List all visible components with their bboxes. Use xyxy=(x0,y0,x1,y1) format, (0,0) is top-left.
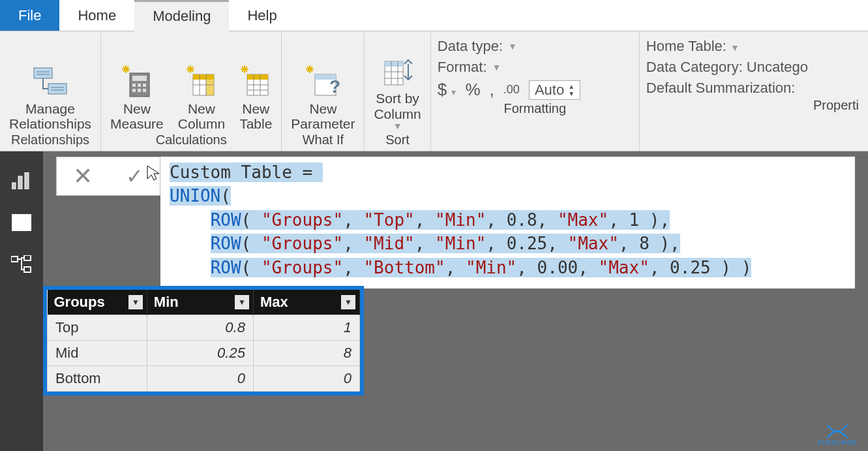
svg-rect-61 xyxy=(24,267,31,272)
svg-rect-9 xyxy=(138,84,141,87)
ribbon-group-properties: Home Table: ▼ Data Category: Uncatego De… xyxy=(640,31,868,151)
new-table-button[interactable]: New Table xyxy=(237,59,275,131)
cell-max: 8 xyxy=(253,341,359,366)
spinner-icon[interactable]: ▲▼ xyxy=(568,83,575,97)
percent-button[interactable]: % xyxy=(465,80,480,100)
nav-model-view[interactable] xyxy=(10,253,33,275)
table-body: Top0.81 Mid0.258 Bottom00 xyxy=(48,315,360,392)
svg-rect-52 xyxy=(18,176,22,189)
svg-rect-53 xyxy=(25,172,29,189)
cell-max: 1 xyxy=(253,315,359,341)
svg-rect-13 xyxy=(143,89,146,92)
group-label-formatting: Formatting xyxy=(503,100,566,119)
tab-bar: File Home Modeling Help xyxy=(0,0,868,31)
data-type-label: Data type: xyxy=(438,38,503,55)
col-header-min[interactable]: Min▼ xyxy=(147,290,253,315)
formula-editor[interactable]: Custom Table = UNION( ROW( "Groups", "To… xyxy=(160,157,855,288)
sort-by-column-button[interactable]: Sort by Column ▼ xyxy=(371,49,423,131)
new-table-label: New Table xyxy=(239,101,272,131)
result-table: Groups▼ Min▼ Max▼ Top0.81 Mid0.258 Botto… xyxy=(43,286,364,396)
new-table-icon xyxy=(241,62,271,101)
decimals-label: .00 xyxy=(503,83,520,97)
col-header-groups[interactable]: Groups▼ xyxy=(48,290,147,315)
cell-groups: Top xyxy=(48,315,147,341)
table-row[interactable]: Top0.81 xyxy=(48,315,360,341)
dna-icon xyxy=(826,424,848,439)
tab-modeling[interactable]: Modeling xyxy=(134,0,229,33)
new-parameter-label: New Parameter xyxy=(291,101,355,131)
formula-cancel-button[interactable]: ✕ xyxy=(73,163,93,190)
ribbon-group-calculations: New Measure New Column New Table Calcula… xyxy=(101,31,282,151)
nav-data-view[interactable] xyxy=(10,211,33,234)
table-icon xyxy=(12,214,31,231)
cell-min: 0.25 xyxy=(147,341,253,366)
svg-rect-60 xyxy=(24,255,31,260)
nav-report-view[interactable] xyxy=(10,170,33,192)
ribbon: Manage Relationships Relationships New M… xyxy=(0,31,868,151)
home-table-label: Home Table: xyxy=(646,38,726,54)
new-measure-label: New Measure xyxy=(110,101,164,131)
group-label-whatif: What If xyxy=(303,131,344,151)
svg-rect-51 xyxy=(12,183,16,189)
table-header-row: Groups▼ Min▼ Max▼ xyxy=(48,290,360,315)
svg-rect-11 xyxy=(132,89,136,92)
data-type-dropdown[interactable]: ▼ xyxy=(508,41,517,52)
svg-rect-3 xyxy=(48,84,67,94)
ribbon-group-sort: Sort by Column ▼ Sort xyxy=(365,31,430,151)
tab-file[interactable]: File xyxy=(0,0,59,31)
decimal-places-input[interactable]: Auto ▲▼ xyxy=(529,80,580,100)
svg-rect-7 xyxy=(132,76,147,81)
manage-relationships-label: Manage Relationships xyxy=(9,101,91,131)
formatting-controls: Data type: ▼ Format: ▼ $ ▾ % , .00 Auto … xyxy=(438,34,633,100)
group-label-properties: Properti xyxy=(813,97,861,116)
svg-text:?: ? xyxy=(329,76,340,97)
group-label-relationships: Relationships xyxy=(11,131,89,151)
new-parameter-icon: ? xyxy=(306,62,340,101)
cursor-icon xyxy=(146,164,162,180)
cell-max: 0 xyxy=(253,366,359,392)
svg-rect-8 xyxy=(132,84,136,87)
cell-min: 0.8 xyxy=(147,315,253,341)
filter-icon[interactable]: ▼ xyxy=(341,295,355,309)
tab-help[interactable]: Help xyxy=(229,0,295,31)
new-parameter-button[interactable]: ? New Parameter xyxy=(288,59,357,131)
filter-icon[interactable]: ▼ xyxy=(235,295,249,309)
relationships-icon xyxy=(31,62,69,101)
format-dropdown[interactable]: ▼ xyxy=(492,62,501,72)
ribbon-group-relationships: Manage Relationships Relationships xyxy=(0,31,101,151)
main-area: ✕ ✓ Custom Table = UNION( ROW( "Groups",… xyxy=(43,151,868,451)
format-label: Format: xyxy=(438,59,487,76)
col-header-max[interactable]: Max▼ xyxy=(253,290,359,315)
svg-rect-12 xyxy=(138,89,141,92)
model-icon xyxy=(11,255,32,273)
new-measure-button[interactable]: New Measure xyxy=(108,59,166,131)
filter-icon[interactable]: ▼ xyxy=(128,295,143,309)
table-row[interactable]: Bottom00 xyxy=(48,366,360,392)
group-label-sort: Sort xyxy=(385,131,410,151)
new-column-button[interactable]: New Column xyxy=(175,59,228,131)
currency-button[interactable]: $ ▾ xyxy=(438,80,456,100)
cell-min: 0 xyxy=(147,366,253,392)
manage-relationships-button[interactable]: Manage Relationships xyxy=(7,59,94,131)
svg-rect-59 xyxy=(11,257,18,262)
group-label-calculations: Calculations xyxy=(156,131,227,151)
formula-commit-button[interactable]: ✓ xyxy=(126,164,143,189)
new-column-label: New Column xyxy=(178,101,225,131)
ribbon-group-formatting: Data type: ▼ Format: ▼ $ ▾ % , .00 Auto … xyxy=(431,31,640,151)
chevron-down-icon: ▼ xyxy=(393,121,402,131)
ribbon-group-whatif: ? New Parameter What If xyxy=(282,31,365,151)
cell-groups: Mid xyxy=(48,341,147,366)
default-summarization-label: Default Summarization: xyxy=(646,80,796,96)
svg-rect-10 xyxy=(143,84,146,87)
svg-rect-29 xyxy=(247,74,268,80)
formula-bar: ✕ ✓ Custom Table = UNION( ROW( "Groups",… xyxy=(56,157,855,288)
svg-rect-0 xyxy=(34,68,52,78)
data-category-label: Data Category: Uncatego xyxy=(646,59,808,75)
sort-icon xyxy=(382,52,413,91)
thousands-button[interactable]: , xyxy=(490,80,494,100)
subscribe-badge: SUBSCRIBE xyxy=(818,424,858,446)
tab-home[interactable]: Home xyxy=(59,0,134,31)
table-row[interactable]: Mid0.258 xyxy=(48,341,360,366)
home-table-dropdown[interactable]: ▼ xyxy=(730,42,740,53)
new-measure-icon xyxy=(122,62,152,101)
